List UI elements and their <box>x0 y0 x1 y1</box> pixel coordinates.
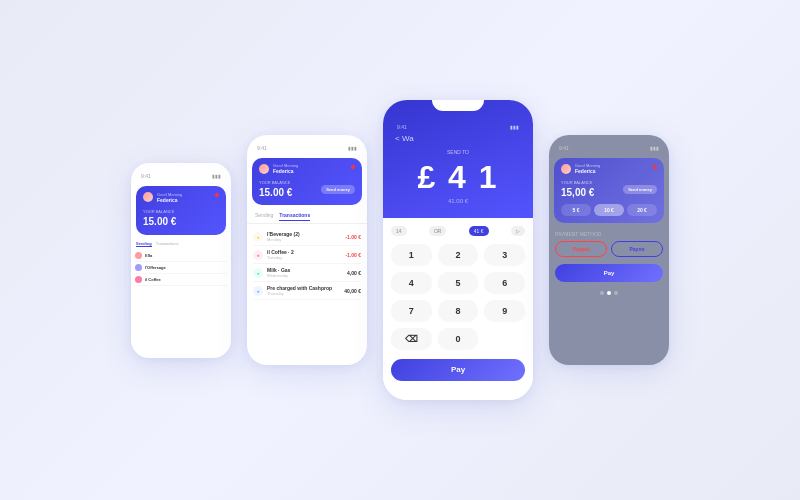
qa-10[interactable]: 10 € <box>594 204 624 216</box>
phone-2-tabs: Sending Transactions <box>247 208 367 224</box>
phone-4-notification <box>649 165 657 173</box>
phone-1-avatar <box>143 192 153 202</box>
back-button[interactable]: < Wa <box>395 134 521 143</box>
tx-name: il Coffee <box>145 277 227 282</box>
tx-icon <box>135 264 142 271</box>
phone-3-send-label: SEND TO <box>395 149 521 155</box>
phone-2-tab-sending[interactable]: Sending <box>255 212 273 221</box>
tx-icon: ● <box>253 232 263 242</box>
key-3[interactable]: 3 <box>484 244 525 266</box>
phone-2-user-info: Good Morning Federica <box>273 163 343 174</box>
tx-date: Monday <box>267 237 341 242</box>
list-item: ● Milk · Gas Wednesday 4,00 € <box>253 264 361 282</box>
key-4[interactable]: 4 <box>391 272 432 294</box>
phone-4-balance: 15,00 € <box>561 187 594 198</box>
phone-4-balance-label: YOUR BALANCE <box>561 180 594 185</box>
phone-3: 9:41 ▮▮▮ < Wa SEND TO £ 4 1 41.00 € 14 O… <box>383 100 533 400</box>
phone-2-avatar <box>259 164 269 174</box>
chip-41[interactable]: 41 € <box>469 226 489 236</box>
tx-name: l'Offersage <box>145 265 227 270</box>
key-7[interactable]: 7 <box>391 300 432 322</box>
phone-4-header: Good Morning Federica YOUR BALANCE 15,00… <box>554 158 664 223</box>
phone-2-screen: 9:41 ▮▮▮ Good Morning Federica YOUR <box>247 135 367 365</box>
tx-info: l'Beverage (2) Monday <box>267 231 341 242</box>
phone-3-numpad-area: 14 OR 41 € ▷ 1 2 3 4 5 6 7 8 9 ⌫ 0 <box>383 218 533 400</box>
phones-container: 9:41 ▮▮▮ Good Morning Federica YOUR BALA… <box>0 80 800 420</box>
phone-1-balance: 15.00 € <box>143 216 219 227</box>
phone-1-tab-sending[interactable]: Sending <box>136 241 152 247</box>
phone-4-payment-methods: PAYMENT METHOD Paypal Payno Pay <box>549 226 669 287</box>
phone-3-screen: 9:41 ▮▮▮ < Wa SEND TO £ 4 1 41.00 € 14 O… <box>383 100 533 400</box>
tx-info: il Coffee · 2 Tuesday <box>267 249 341 260</box>
phone-4-screen: 9:41 ▮▮▮ Good Morning Federica YOUR <box>549 135 669 365</box>
phone-2-transactions: ● l'Beverage (2) Monday -1.00 € ● il Cof… <box>247 224 367 365</box>
tx-name: Ella <box>145 253 227 258</box>
phone-4-user-info: Good Morning Federica <box>575 163 645 174</box>
pm-paypal[interactable]: Paypal <box>555 241 607 257</box>
tx-date: Wednesday <box>267 273 343 278</box>
qa-5[interactable]: 5 € <box>561 204 591 216</box>
tx-icon: ● <box>253 286 263 296</box>
phone-2: 9:41 ▮▮▮ Good Morning Federica YOUR <box>247 135 367 365</box>
phone-2-notification <box>347 165 355 173</box>
notification-dot <box>653 165 657 169</box>
phone-2-balance-label: YOUR BALANCE <box>259 180 292 185</box>
phone-2-tab-transactions[interactable]: Transactions <box>279 212 310 221</box>
phone-1-user-info: Good Morning Federica <box>157 192 207 203</box>
phone-2-balance-info: YOUR BALANCE 15.00 € <box>259 180 292 198</box>
tx-icon <box>135 252 142 259</box>
list-item: il Coffee <box>135 274 227 286</box>
tx-amount: 40,00 € <box>344 288 361 294</box>
key-9[interactable]: 9 <box>484 300 525 322</box>
tx-icon: ● <box>253 268 263 278</box>
phone-4-balance-row: YOUR BALANCE 15,00 € Send money <box>561 180 657 198</box>
phone-2-header: Good Morning Federica YOUR BALANCE 15.00… <box>252 158 362 205</box>
pm-row: Paypal Payno <box>555 241 663 257</box>
tx-amount: -1.00 € <box>345 234 361 240</box>
nav-dot-3[interactable] <box>614 291 618 295</box>
key-0[interactable]: 0 <box>438 328 479 350</box>
key-empty <box>484 328 525 350</box>
list-item: l'Offersage <box>135 262 227 274</box>
list-item: ● l'Beverage (2) Monday -1.00 € <box>253 228 361 246</box>
nav-dot-2[interactable] <box>607 291 611 295</box>
phone-1-balance-label: YOUR BALANCE <box>143 209 219 214</box>
phone-3-numpad-grid: 1 2 3 4 5 6 7 8 9 ⌫ 0 <box>391 244 525 350</box>
phone-1-transactions: Ella l'Offersage il Coffee <box>131 248 231 288</box>
tx-amount: 4,00 € <box>347 270 361 276</box>
phone-4-pay-button[interactable]: Pay <box>555 264 663 282</box>
phone-3-sub-amount: 41.00 € <box>395 198 521 204</box>
list-item: ● Pre charged with Cashprop Thursday 40,… <box>253 282 361 300</box>
phone-1: 9:41 ▮▮▮ Good Morning Federica YOUR BALA… <box>131 163 231 358</box>
phone-3-chips: 14 OR 41 € ▷ <box>391 226 525 236</box>
phone-1-notch <box>163 163 199 171</box>
phone-2-send-button[interactable]: Send money <box>321 185 355 194</box>
pm-payno[interactable]: Payno <box>611 241 663 257</box>
nav-dot-1[interactable] <box>600 291 604 295</box>
phone-4-user-row: Good Morning Federica <box>561 163 657 174</box>
key-6[interactable]: 6 <box>484 272 525 294</box>
pm-label: PAYMENT METHOD <box>555 231 663 237</box>
phone-3-notch <box>432 100 484 111</box>
phone-1-tab-transactions[interactable]: Transactions <box>156 241 179 247</box>
phone-4-send-button[interactable]: Send money <box>623 185 657 194</box>
phone-2-balance: 15.00 € <box>259 187 292 198</box>
key-8[interactable]: 8 <box>438 300 479 322</box>
key-1[interactable]: 1 <box>391 244 432 266</box>
phone-4-user-name: Federica <box>575 168 645 174</box>
list-item: Ella <box>135 250 227 262</box>
chip-14[interactable]: 14 <box>391 226 407 236</box>
qa-20[interactable]: 20 € <box>627 204 657 216</box>
phone-1-header: Good Morning Federica YOUR BALANCE 15.00… <box>136 186 226 235</box>
key-backspace[interactable]: ⌫ <box>391 328 432 350</box>
key-5[interactable]: 5 <box>438 272 479 294</box>
phone-1-tabs: Sending Transactions <box>131 238 231 248</box>
key-2[interactable]: 2 <box>438 244 479 266</box>
phone-2-user-row: Good Morning Federica <box>259 163 355 174</box>
phone-3-pay-button[interactable]: Pay <box>391 359 525 381</box>
phone-2-balance-row: YOUR BALANCE 15.00 € Send money <box>259 180 355 198</box>
chip-arrow[interactable]: ▷ <box>511 226 525 236</box>
list-item: ● il Coffee · 2 Tuesday -1.00 € <box>253 246 361 264</box>
phone-3-status: 9:41 ▮▮▮ <box>395 116 521 134</box>
notification-dot <box>215 193 219 197</box>
